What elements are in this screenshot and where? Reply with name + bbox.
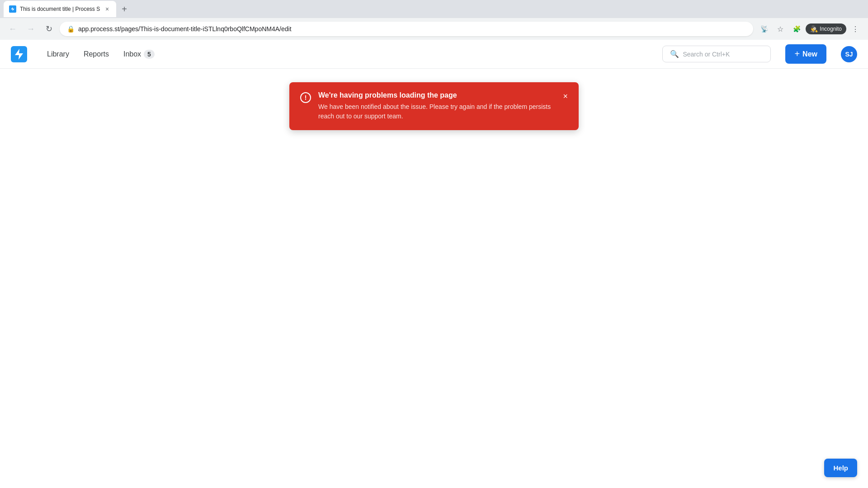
main-content: ! We're having problems loading the page… [0, 69, 868, 488]
error-content: We're having problems loading the page W… [318, 91, 556, 121]
lock-icon: 🔒 [67, 25, 75, 33]
menu-icon: ⋮ [852, 25, 859, 33]
cast-button[interactable]: 📡 [757, 22, 771, 36]
incognito-indicator: 🕵️ Incognito [806, 23, 846, 34]
error-icon-wrap: ! [300, 92, 311, 103]
new-button-label: New [802, 50, 817, 58]
tab-favicon [9, 5, 16, 13]
address-text: app.process.st/pages/This-is-document-ti… [78, 25, 746, 33]
cast-icon: 📡 [760, 25, 768, 33]
incognito-label: Incognito [820, 26, 842, 32]
extension-icon: 🧩 [793, 25, 801, 33]
address-bar[interactable]: 🔒 app.process.st/pages/This-is-document-… [60, 22, 753, 36]
browser-tab[interactable]: This is document title | Process S × [4, 1, 116, 17]
back-button[interactable]: ← [5, 22, 20, 36]
search-bar[interactable]: 🔍 Search or Ctrl+K [662, 46, 771, 62]
nav-library[interactable]: Library [42, 47, 75, 62]
help-button[interactable]: Help [824, 459, 857, 477]
search-icon: 🔍 [670, 50, 679, 58]
tab-title: This is document title | Process S [20, 6, 100, 12]
avatar[interactable]: SJ [841, 46, 857, 62]
logo-icon [11, 46, 27, 62]
nav-reports[interactable]: Reports [78, 47, 114, 62]
menu-button[interactable]: ⋮ [848, 22, 863, 36]
reload-icon: ↻ [46, 24, 52, 34]
app-header: Library Reports Inbox 5 🔍 Search or Ctrl… [0, 40, 868, 69]
reload-button[interactable]: ↻ [42, 22, 56, 36]
svg-marker-0 [11, 7, 14, 11]
new-tab-button[interactable]: + [118, 3, 131, 15]
error-banner: ! We're having problems loading the page… [289, 82, 579, 130]
forward-button[interactable]: → [24, 22, 38, 36]
main-nav: Library Reports Inbox 5 [42, 46, 160, 62]
tab-close-button[interactable]: × [104, 5, 111, 13]
new-button[interactable]: + New [785, 44, 826, 64]
inbox-badge: 5 [144, 50, 155, 59]
nav-inbox[interactable]: Inbox 5 [118, 46, 160, 62]
nav-inbox-label: Inbox [123, 50, 141, 58]
error-icon: ! [300, 92, 311, 103]
extension-button[interactable]: 🧩 [789, 22, 804, 36]
app-logo[interactable] [11, 46, 27, 62]
incognito-icon: 🕵️ [810, 25, 818, 33]
search-placeholder: Search or Ctrl+K [683, 51, 730, 58]
bookmark-button[interactable]: ☆ [773, 22, 788, 36]
error-body: We have been notified about the issue. P… [318, 102, 556, 121]
bookmark-icon: ☆ [777, 25, 783, 33]
error-close-button[interactable]: × [563, 92, 568, 100]
error-title: We're having problems loading the page [318, 91, 556, 99]
back-icon: ← [9, 24, 17, 34]
forward-icon: → [27, 24, 35, 34]
new-button-plus-icon: + [794, 49, 800, 59]
